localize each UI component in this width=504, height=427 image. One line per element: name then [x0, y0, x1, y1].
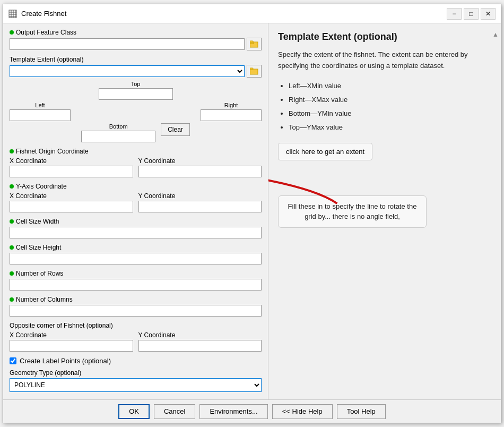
- right-panel: Template Extent (optional) Specify the e…: [268, 23, 501, 399]
- y-axis-y-input[interactable]: [138, 201, 262, 212]
- required-dot-4: [10, 219, 14, 224]
- cell-width-group: Cell Size Width: [10, 218, 262, 238]
- left-side: Left: [10, 102, 71, 121]
- window-title: Create Fishnet: [21, 10, 66, 18]
- svg-rect-9: [250, 41, 253, 42]
- help-title: Template Extent (optional): [278, 31, 491, 43]
- main-content: Output Feature Class: [3, 23, 501, 399]
- num-rows-label: Number of Rows: [10, 270, 262, 277]
- extent-grid: Top Left Right: [10, 81, 262, 142]
- required-dot-2: [10, 149, 14, 153]
- environments-button[interactable]: Environments...: [199, 404, 267, 419]
- right-side: Right: [201, 102, 262, 121]
- extent-right-input[interactable]: [201, 109, 262, 121]
- title-controls: − □ ✕: [447, 8, 496, 20]
- right-scroll[interactable]: Template Extent (optional) Specify the e…: [278, 31, 491, 392]
- extent-bottom-input[interactable]: [81, 131, 155, 142]
- left-panel: Output Feature Class: [3, 23, 268, 399]
- geometry-type-group: Geometry Type (optional) POLYLINE POLYGO…: [10, 369, 262, 392]
- left-scroll[interactable]: Output Feature Class: [3, 23, 268, 399]
- opp-x-input[interactable]: [10, 340, 133, 352]
- origin-x-col: X Coordinate: [10, 157, 133, 177]
- num-cols-input[interactable]: [10, 305, 262, 317]
- extent-top-row: Top: [10, 81, 262, 100]
- fishnet-origin-group: Fishnet Origin Coordinate X Coordinate Y…: [10, 148, 262, 177]
- required-dot-7: [10, 297, 14, 302]
- help-body: Specify the extent of the fishnet. The e…: [278, 49, 491, 72]
- opp-corner-label: Opposite corner of Fishnet (optional): [10, 322, 262, 329]
- title-bar-left: Create Fishnet: [8, 10, 66, 18]
- rotation-bubble: Fill these in to specify the line to rot…: [278, 195, 427, 228]
- arrow-bubble-container: Fill these in to specify the line to rot…: [278, 195, 491, 228]
- y-axis-y-col: Y Coordinate: [138, 192, 262, 212]
- required-dot: [10, 30, 14, 35]
- origin-y-input[interactable]: [138, 166, 262, 177]
- list-item-4: Top—YMax value: [289, 121, 491, 134]
- template-extent-group: Template Extent (optional): [10, 56, 262, 142]
- restore-button[interactable]: □: [464, 8, 479, 20]
- origin-y-col: Y Coordinate: [138, 157, 262, 177]
- ok-button[interactable]: OK: [118, 404, 150, 419]
- cancel-button[interactable]: Cancel: [154, 404, 195, 419]
- num-cols-group: Number of Columns: [10, 296, 262, 317]
- cell-height-label: Cell Size Height: [10, 244, 262, 251]
- opp-x-col: X Coordinate: [10, 331, 133, 352]
- callout-container: click here to get an extent: [278, 143, 491, 169]
- required-dot-6: [10, 271, 14, 276]
- fishnet-origin-label: Fishnet Origin Coordinate: [10, 148, 262, 155]
- num-rows-input[interactable]: [10, 279, 262, 291]
- template-extent-select[interactable]: [10, 65, 245, 77]
- num-rows-group: Number of Rows: [10, 270, 262, 291]
- geometry-type-label: Geometry Type (optional): [10, 369, 262, 377]
- template-extent-label: Template Extent (optional): [10, 56, 262, 63]
- clear-button[interactable]: Clear: [161, 123, 190, 136]
- output-feature-class-input[interactable]: [10, 38, 245, 50]
- output-feature-class-label: Output Feature Class: [10, 29, 262, 36]
- cell-height-input[interactable]: [10, 253, 262, 264]
- get-extent-button[interactable]: click here to get an extent: [278, 143, 372, 160]
- extent-top-input[interactable]: [99, 88, 173, 100]
- create-label-points-checkbox[interactable]: [10, 357, 16, 364]
- list-item-3: Bottom—YMin value: [289, 107, 491, 121]
- origin-coord-pair: X Coordinate Y Coordinate: [10, 157, 262, 177]
- geometry-type-select[interactable]: POLYLINE POLYGON: [10, 378, 262, 392]
- opp-y-col: Y Coordinate: [138, 331, 262, 352]
- bottom-col: Bottom: [81, 123, 155, 142]
- opp-corner-coord-pair: X Coordinate Y Coordinate: [10, 331, 262, 352]
- output-feature-class-row: [10, 38, 262, 50]
- output-feature-class-group: Output Feature Class: [10, 29, 262, 50]
- extent-left-input[interactable]: [10, 109, 71, 121]
- required-dot-5: [10, 245, 14, 250]
- opp-corner-group: Opposite corner of Fishnet (optional) X …: [10, 322, 262, 352]
- cell-height-group: Cell Size Height: [10, 244, 262, 264]
- template-extent-row: [10, 65, 262, 78]
- svg-rect-11: [250, 68, 253, 70]
- folder-icon-2: [250, 67, 258, 75]
- y-axis-x-col: X Coordinate: [10, 192, 133, 212]
- hide-help-button[interactable]: << Hide Help: [272, 404, 333, 419]
- minimize-button[interactable]: −: [447, 8, 462, 20]
- output-browse-button[interactable]: [247, 38, 262, 50]
- scroll-up-arrow[interactable]: ▲: [492, 31, 499, 38]
- bottom-bar: OK Cancel Environments... << Hide Help T…: [3, 399, 501, 423]
- cell-width-label: Cell Size Width: [10, 218, 262, 225]
- folder-icon: [250, 40, 258, 48]
- required-dot-3: [10, 184, 14, 189]
- create-label-points-row: Create Label Points (optional): [10, 357, 262, 365]
- y-axis-x-input[interactable]: [10, 201, 133, 212]
- cell-width-input[interactable]: [10, 227, 262, 238]
- tool-help-button[interactable]: Tool Help: [337, 404, 386, 419]
- list-item-2: Right—XMax value: [289, 93, 491, 107]
- close-button[interactable]: ✕: [481, 8, 496, 20]
- y-axis-group: Y-Axis Coordinate X Coordinate Y Coordin…: [10, 183, 262, 212]
- fishnet-icon: [8, 10, 17, 18]
- extent-bottom-row: Bottom Clear: [10, 123, 262, 142]
- template-browse-button[interactable]: [247, 65, 262, 78]
- y-axis-coord-pair: X Coordinate Y Coordinate: [10, 192, 262, 212]
- main-window: Create Fishnet − □ ✕ Output Feature Clas…: [3, 4, 501, 423]
- origin-x-input[interactable]: [10, 166, 133, 177]
- opp-y-input[interactable]: [138, 340, 262, 352]
- extent-middle-row: Left Right: [10, 102, 262, 121]
- title-bar: Create Fishnet − □ ✕: [3, 4, 501, 23]
- num-cols-label: Number of Columns: [10, 296, 262, 303]
